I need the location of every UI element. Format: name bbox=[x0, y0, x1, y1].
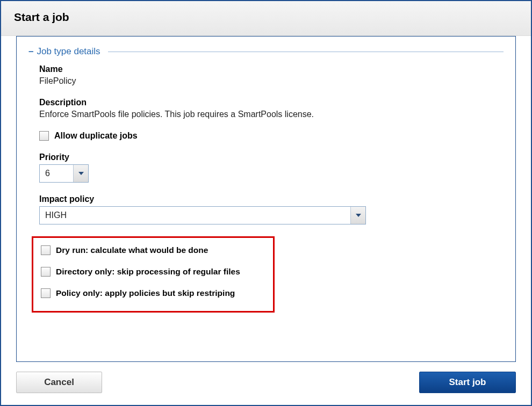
section-toggle-job-type-details[interactable]: – Job type details bbox=[28, 46, 504, 57]
field-name: Name FilePolicy bbox=[39, 64, 504, 86]
name-label: Name bbox=[39, 64, 504, 74]
allow-duplicate-jobs-checkbox[interactable] bbox=[39, 131, 49, 141]
impact-policy-value: HIGH bbox=[40, 207, 350, 224]
collapse-icon: – bbox=[28, 46, 33, 57]
allow-duplicate-jobs-checkbox-row[interactable]: Allow duplicate jobs bbox=[39, 131, 504, 141]
priority-value: 6 bbox=[40, 165, 73, 182]
section-legend: Job type details bbox=[37, 46, 100, 57]
field-impact-policy: Impact policy HIGH bbox=[39, 194, 504, 224]
priority-dropdown-button[interactable] bbox=[73, 165, 88, 182]
name-value: FilePolicy bbox=[39, 76, 504, 86]
cancel-button[interactable]: Cancel bbox=[16, 372, 102, 393]
start-job-button[interactable]: Start job bbox=[419, 372, 516, 393]
impact-policy-select[interactable]: HIGH bbox=[39, 206, 366, 224]
impact-policy-dropdown-button[interactable] bbox=[350, 207, 365, 224]
policy-only-checkbox[interactable] bbox=[41, 288, 51, 298]
field-priority: Priority 6 bbox=[39, 153, 504, 183]
priority-select[interactable]: 6 bbox=[39, 164, 89, 183]
dialog-header: Start a job bbox=[1, 1, 531, 36]
priority-label: Priority bbox=[39, 153, 504, 162]
legend-divider bbox=[108, 52, 504, 52]
policy-only-checkbox-row[interactable]: Policy only: apply policies but skip res… bbox=[41, 288, 268, 298]
chevron-down-icon bbox=[356, 214, 361, 217]
description-value: Enforce SmartPools file policies. This j… bbox=[39, 110, 504, 119]
directory-only-checkbox-row[interactable]: Directory only: skip processing of regul… bbox=[41, 267, 268, 277]
highlighted-options-box: Dry run: calculate what would be done Di… bbox=[32, 236, 275, 313]
dialog-body: – Job type details Name FilePolicy Descr… bbox=[1, 36, 531, 364]
directory-only-label: Directory only: skip processing of regul… bbox=[56, 267, 240, 277]
dry-run-checkbox-row[interactable]: Dry run: calculate what would be done bbox=[41, 245, 268, 255]
dry-run-checkbox[interactable] bbox=[41, 245, 51, 255]
dry-run-label: Dry run: calculate what would be done bbox=[56, 245, 208, 255]
directory-only-checkbox[interactable] bbox=[41, 267, 51, 277]
dialog-title: Start a job bbox=[14, 11, 518, 24]
form-scroll-panel[interactable]: – Job type details Name FilePolicy Descr… bbox=[16, 36, 516, 362]
start-job-dialog: Start a job – Job type details Name File… bbox=[0, 0, 532, 406]
description-label: Description bbox=[39, 98, 504, 107]
allow-duplicate-jobs-label: Allow duplicate jobs bbox=[54, 131, 138, 141]
dialog-button-bar: Cancel Start job bbox=[1, 364, 531, 405]
chevron-down-icon bbox=[78, 172, 84, 175]
impact-policy-label: Impact policy bbox=[39, 194, 504, 204]
policy-only-label: Policy only: apply policies but skip res… bbox=[56, 288, 235, 298]
field-description: Description Enforce SmartPools file poli… bbox=[39, 98, 504, 119]
